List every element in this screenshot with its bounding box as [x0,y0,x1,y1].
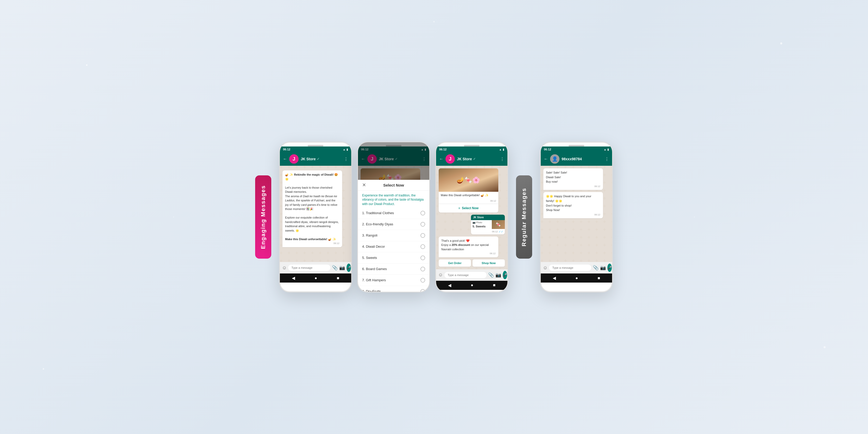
salesy-msg-2: 🌟🌟 Happy Diwali to you and your family! … [544,192,603,218]
list-item[interactable]: 6. Board Games [358,264,429,275]
attach-icon-3[interactable]: 📎 [488,272,494,278]
radio-4[interactable] [421,256,425,260]
camera-icon-4[interactable]: 📷 [600,265,606,271]
phone-1: 06:12 ▲ ▮ ← J JK Store ✓ ⋮ [279,141,352,293]
diwali-img-3 [439,168,498,192]
emoji-icon-4[interactable]: ☺ [543,265,548,271]
attach-icon-4[interactable]: 📎 [593,265,598,271]
status-icons-3: ▲ ▮ [499,148,504,151]
radio-7[interactable] [421,289,425,293]
contact-name-4: 98xxx98784 [562,157,603,161]
contact-name-3: JK Store ✓ [457,157,498,161]
option-text-1: 2. Eco-friendly Diyas [362,222,393,226]
modal-subtitle: Experience the warmth of tradition, the … [358,191,429,208]
nav-home-3[interactable]: ● [471,283,473,288]
header-info-3: JK Store ✓ [457,157,498,161]
response-time-3: 06:12 [441,252,496,255]
message-input-1[interactable] [288,265,330,271]
nav-recent-4[interactable]: ■ [598,276,600,280]
nav-home-1[interactable]: ● [314,276,317,280]
attach-icon-1[interactable]: 📎 [332,265,338,271]
nav-home-4[interactable]: ● [576,276,578,280]
modal-header: ✕ Select Now [358,180,429,191]
radio-2[interactable] [421,233,425,238]
nav-back-4[interactable]: ◀ [553,275,556,280]
name-text-3: JK Store [457,157,472,161]
radio-3[interactable] [421,244,425,249]
battery-icon-1: ▮ [346,148,348,151]
engaging-label-text: Engaging Messages [260,185,267,249]
salesy-text-1: Sale! Sale! Sale! Diwali Sale! Buy now! [546,170,600,184]
chat-area-1: 🪔 ✨ Rekindle the magic of Diwali! 🤩 🌟 Le… [280,166,351,262]
mic-button-1[interactable]: 🎤 [346,264,351,272]
list-item[interactable]: 1. Traditional Clothes [358,208,429,219]
option-text-2: 3. Rangoli [362,233,377,237]
message-time-1: 06:12 [285,242,340,245]
verified-icon-1: ✓ [317,157,319,161]
status-icons-1: ▲ ▮ [343,148,348,151]
phone-4: 06:12 ▲ ▮ ← 👤 98xxx98784 ⋮ Sale! Sale! [540,141,613,293]
list-item[interactable]: 5. Sweets [358,253,429,264]
get-order-button[interactable]: Get Order [439,259,471,267]
status-icons-4: ▲ ▮ [604,148,609,151]
avatar-3: J [445,154,455,164]
list-item[interactable]: 4. Diwali Decor [358,241,429,253]
camera-icon-1[interactable]: 📷 [339,265,345,271]
text-message-1: 🪔 ✨ Rekindle the magic of Diwali! 🤩 🌟 Le… [282,170,342,247]
radio-6[interactable] [421,278,425,282]
salesy-time-2: 06:12 [546,213,600,216]
option-text-5: 6. Board Games [362,267,387,271]
name-text-1: JK Store [301,157,316,161]
action-buttons-3: Get Order Shop Now [439,259,505,267]
wa-header-3: ← J JK Store ✓ ⋮ [436,152,507,166]
header-icons-3: ⋮ [500,157,504,162]
nav-back-3[interactable]: ◀ [448,283,451,288]
menu-icon-4[interactable]: ⋮ [605,157,609,162]
list-item[interactable]: 7. Gift Hampers [358,275,429,286]
back-button-4[interactable]: ← [544,157,548,161]
input-bar-1: ☺ 📎 📷 🎤 [280,262,351,273]
message-input-3[interactable] [444,272,487,278]
regular-label: Regular Messages [516,175,532,259]
android-nav-1: ◀ ● ■ [280,273,351,282]
menu-icon-3[interactable]: ⋮ [500,157,504,162]
option-text-6: 7. Gift Hampers [362,278,386,282]
nav-recent-1[interactable]: ■ [337,276,340,280]
modal-close-button[interactable]: ✕ [362,182,366,188]
option-text-3: 4. Diwali Decor [362,244,385,248]
select-now-button[interactable]: ≡ Select Now [439,204,498,212]
response-msg-3: That's a good pick! ❤️ Enjoy a 20% disco… [439,236,498,257]
nav-back-1[interactable]: ◀ [292,275,295,280]
status-bar-1: 06:12 ▲ ▮ [280,146,351,152]
shop-now-button[interactable]: Shop Now [472,259,505,267]
option-text-4: 5. Sweets [362,256,377,260]
battery-icon-4: ▮ [608,148,609,151]
mic-button-3[interactable]: 🎤 [503,271,507,279]
back-button-1[interactable]: ← [283,157,287,161]
emoji-icon-3[interactable]: ☺ [438,272,443,278]
back-button-3[interactable]: ← [439,157,443,161]
phone-3: 06:12 ▲ ▮ ← J JK Store ✓ ⋮ [435,141,508,293]
option-text-7: 8. Dry-Fruits [362,289,381,293]
wa-header-4: ← 👤 98xxx98784 ⋮ [541,152,612,166]
radio-1[interactable] [421,222,425,227]
double-tick-3: ✓✓ [499,230,503,233]
signal-icon-4: ▲ [604,148,606,151]
message-input-4[interactable] [549,265,591,271]
status-bar-4: 06:12 ▲ ▮ [541,146,612,152]
radio-5[interactable] [421,267,425,271]
card-header-3: JK Store [471,215,505,220]
list-item[interactable]: 3. Rangoli [358,230,429,241]
sent-card-3: JK Store 📷 Photo 5. Sweets 🍬 06:12 ✓✓ [471,215,505,234]
salesy-text-2: 🌟🌟 Happy Diwali to you and your family! … [546,194,600,212]
nav-recent-3[interactable]: ■ [493,283,496,288]
list-item[interactable]: 2. Eco-friendly Diyas [358,219,429,230]
video-icon-1[interactable]: ⋮ [344,157,348,162]
avatar-1: J [289,154,299,164]
list-item[interactable]: 8. Dry-Fruits [358,286,429,293]
emoji-icon-1[interactable]: ☺ [282,265,287,271]
camera-icon-3[interactable]: 📷 [495,272,501,278]
mic-button-4[interactable]: 🎤 [608,264,612,272]
modal-options-list: 1. Traditional Clothes 2. Eco-friendly D… [358,208,429,293]
radio-0[interactable] [421,211,425,215]
